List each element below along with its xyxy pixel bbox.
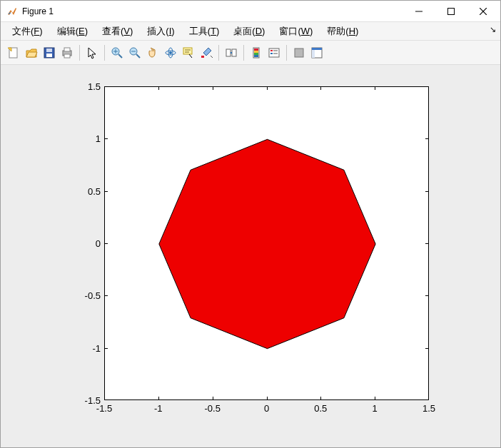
menu-label: 帮助(H) xyxy=(327,26,358,36)
x-tick-label: 1.5 xyxy=(415,403,443,414)
svg-rect-27 xyxy=(201,56,204,58)
tick-mark xyxy=(267,397,268,400)
data-cursor-icon xyxy=(182,46,195,59)
maximize-button[interactable] xyxy=(435,1,467,21)
svg-rect-33 xyxy=(254,53,258,55)
svg-rect-29 xyxy=(232,49,236,56)
tick-mark xyxy=(104,243,108,244)
toolbar-separator xyxy=(104,45,105,61)
tick-mark xyxy=(425,348,429,349)
dock-arrow-icon[interactable]: ↘ xyxy=(490,25,496,34)
rotate3d-icon xyxy=(164,46,177,59)
legend-button[interactable] xyxy=(265,44,283,61)
print-icon xyxy=(61,46,74,59)
x-tick-label: -0.5 xyxy=(198,403,227,414)
svg-rect-12 xyxy=(64,48,70,51)
menu-help[interactable]: 帮助(H) xyxy=(320,23,365,40)
tick-mark xyxy=(267,86,268,90)
menu-label: 工具(T) xyxy=(189,26,220,36)
legend-icon xyxy=(268,46,280,59)
save-icon xyxy=(43,46,56,59)
zoom-out-button[interactable] xyxy=(126,44,143,61)
link-plot-button[interactable] xyxy=(223,44,240,61)
y-tick-label: 0 xyxy=(75,238,101,249)
svg-rect-9 xyxy=(46,49,52,52)
svg-rect-42 xyxy=(312,48,322,50)
svg-rect-3 xyxy=(447,8,454,14)
x-tick-label: -1.5 xyxy=(90,403,118,414)
tick-mark xyxy=(425,243,429,244)
toolbar-separator xyxy=(218,45,219,61)
y-tick-label: 1 xyxy=(75,133,101,144)
zoom-in-button[interactable] xyxy=(108,44,126,61)
menu-insert[interactable]: 插入(I) xyxy=(140,23,181,40)
figure-area: 1.5 1 0.5 0 -0.5 -1 -1.5 -1.5 -1 -0.5 0 … xyxy=(1,65,500,447)
y-tick-label: 1.5 xyxy=(75,81,101,92)
menu-window[interactable]: 窗口(W) xyxy=(272,23,320,40)
axes[interactable] xyxy=(104,86,429,400)
link-plot-icon xyxy=(225,46,238,59)
window-title: Figure 1 xyxy=(22,6,403,16)
svg-rect-32 xyxy=(254,51,258,53)
print-button[interactable] xyxy=(59,44,76,61)
matlab-icon xyxy=(6,6,18,17)
x-tick-label: 1 xyxy=(360,403,389,414)
menu-file[interactable]: 文件(F) xyxy=(5,23,50,40)
tick-mark xyxy=(375,86,375,90)
y-tick-label: -1 xyxy=(75,342,101,353)
svg-rect-43 xyxy=(312,50,315,58)
svg-rect-38 xyxy=(270,53,273,54)
colorbar-button[interactable] xyxy=(248,44,265,61)
tick-mark xyxy=(375,397,375,400)
menu-view[interactable]: 查看(V) xyxy=(95,23,140,40)
x-tick-label: -1 xyxy=(144,403,173,414)
svg-line-15 xyxy=(118,54,122,58)
save-button[interactable] xyxy=(41,44,58,61)
toolbar-separator xyxy=(79,45,80,61)
x-tick-label: 0 xyxy=(253,403,281,414)
data-cursor-button[interactable] xyxy=(180,44,197,61)
tick-mark xyxy=(158,86,159,90)
brush-button[interactable] xyxy=(198,44,215,61)
svg-rect-31 xyxy=(254,49,258,51)
svg-rect-36 xyxy=(270,50,273,51)
rotate3d-button[interactable] xyxy=(162,44,179,61)
x-tick-label: 0.5 xyxy=(306,403,335,414)
toolbar-separator xyxy=(243,45,244,61)
tick-mark xyxy=(425,138,429,139)
menu-edit[interactable]: 编辑(E) xyxy=(50,23,95,40)
open-file-icon xyxy=(25,46,38,59)
tick-mark xyxy=(320,86,321,90)
pointer-icon xyxy=(86,46,98,59)
tick-mark xyxy=(213,397,213,400)
toolbar-separator xyxy=(286,45,287,61)
new-figure-button[interactable] xyxy=(5,44,22,61)
plot-canvas xyxy=(105,87,430,401)
menu-label: 插入(I) xyxy=(147,26,174,36)
brush-icon xyxy=(200,46,213,59)
y-tick-label: 0.5 xyxy=(75,185,101,196)
pan-button[interactable] xyxy=(144,44,161,61)
open-button[interactable] xyxy=(23,44,40,61)
svg-rect-34 xyxy=(254,55,258,57)
figure-window: Figure 1 文件(F) 编辑(E) 查看(V) 插入(I) 工具(T) 桌… xyxy=(0,0,501,448)
menu-tools[interactable]: 工具(T) xyxy=(182,23,227,40)
tick-mark xyxy=(104,138,108,139)
show-plot-tools-button[interactable] xyxy=(308,44,325,61)
menu-label: 查看(V) xyxy=(102,26,133,36)
zoom-out-icon xyxy=(128,46,141,59)
tick-mark xyxy=(104,191,108,192)
octagon-patch xyxy=(159,139,375,348)
menu-desktop[interactable]: 桌面(D) xyxy=(226,23,272,40)
hide-plot-tools-icon xyxy=(293,46,305,59)
tick-mark xyxy=(425,295,429,296)
tick-mark xyxy=(104,348,108,349)
y-tick-label: -0.5 xyxy=(75,290,101,301)
show-plot-tools-icon xyxy=(310,46,323,59)
menu-label: 文件(F) xyxy=(12,26,43,36)
hide-plot-tools-button[interactable] xyxy=(290,44,308,61)
pointer-button[interactable] xyxy=(84,44,101,61)
minimize-button[interactable] xyxy=(403,1,435,21)
close-button[interactable] xyxy=(467,1,499,21)
svg-rect-40 xyxy=(295,49,303,57)
